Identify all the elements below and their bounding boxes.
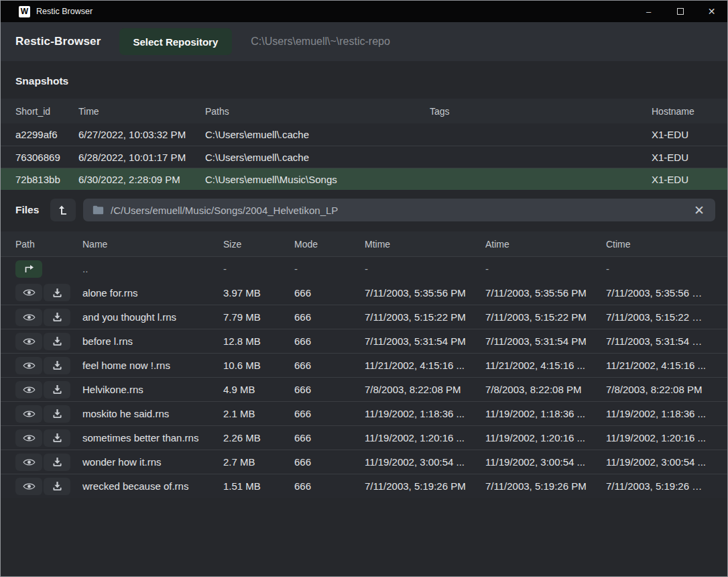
file-mtime: - [365,263,485,274]
download-file-button[interactable] [44,284,70,301]
column-header-hostname: Hostname [652,106,713,117]
snapshot-short-id: a2299af6 [15,129,78,140]
preview-file-button[interactable] [15,309,42,326]
file-row: wrecked because of.rns 1.51 MB 666 7/11/… [1,474,727,498]
preview-file-button[interactable] [15,284,42,301]
column-header-ctime: Ctime [606,239,713,250]
files-table-body: alone for.rns 3.97 MB 666 7/11/2003, 5:3… [1,280,727,498]
minimize-button[interactable]: – [633,1,664,22]
column-header-mtime: Mtime [365,239,485,250]
snapshot-row[interactable]: 72b813bb 6/30/2022, 2:28:09 PM C:\Users\… [1,168,727,190]
download-file-button[interactable] [44,429,70,447]
file-size: 2.7 MB [223,456,294,468]
download-icon [52,360,62,370]
file-size: 10.6 MB [223,360,294,371]
file-row: before l.rns 12.8 MB 666 7/11/2003, 5:31… [1,329,727,353]
files-toolbar: Files /C/Users/emuell/Music/Songs/2004_H… [1,190,727,221]
file-name: and you thought l.rns [82,311,223,323]
preview-file-button[interactable] [15,478,42,495]
eye-icon [23,385,36,395]
column-header-mode: Mode [294,239,365,250]
snapshot-row[interactable]: a2299af6 6/27/2022, 10:03:32 PM C:\Users… [1,123,727,146]
download-file-button[interactable] [44,333,70,350]
file-ctime: 7/11/2003, 5:31:54 PM [606,335,713,347]
close-icon: ✕ [708,6,716,17]
file-ctime: 11/19/2002, 1:18:36 ... [606,408,713,419]
file-row: wonder how it.rns 2.7 MB 666 11/19/2002,… [1,450,727,474]
preview-file-button[interactable] [15,429,42,447]
folder-icon [93,205,104,215]
file-atime: 7/11/2003, 5:35:56 PM [485,287,606,299]
file-name: wrecked because of.rns [82,480,223,492]
file-mtime: 7/8/2003, 8:22:08 PM [365,384,485,395]
file-name: alone for.rns [82,287,223,299]
file-atime: 11/19/2002, 1:18:36 ... [485,408,606,419]
download-file-button[interactable] [44,478,70,495]
file-row: alone for.rns 3.97 MB 666 7/11/2003, 5:3… [1,280,727,305]
file-size: - [223,263,294,274]
up-level-button[interactable] [50,199,76,221]
preview-file-button[interactable] [15,405,42,423]
download-file-button[interactable] [44,454,70,471]
file-mtime: 7/11/2003, 5:19:26 PM [365,480,485,492]
file-ctime: 7/11/2003, 5:19:26 PM [606,480,713,492]
column-header-time: Time [78,106,205,117]
snapshot-paths: C:\Users\emuell\Music\Songs [205,174,430,185]
file-mode: 666 [294,311,365,323]
snapshot-row[interactable]: 76306869 6/28/2022, 10:01:17 PM C:\Users… [1,146,727,168]
file-mode: 666 [294,480,365,492]
column-header-short-id: Short_id [15,106,78,117]
file-mode: 666 [294,408,365,419]
file-ctime: 7/11/2003, 5:35:56 PM [606,287,713,299]
download-file-button[interactable] [44,381,70,399]
file-mtime: 7/11/2003, 5:35:56 PM [365,287,485,299]
files-path-input[interactable]: /C/Users/emuell/Music/Songs/2004_Helveti… [83,199,715,221]
maximize-button[interactable] [664,1,696,22]
snapshot-hostname: X1-EDU [652,174,713,185]
snapshot-paths: C:\Users\emuell\.cache [205,152,430,163]
file-name: wonder how it.rns [82,456,223,468]
minimize-icon: – [646,7,651,17]
preview-file-button[interactable] [15,333,42,350]
download-file-button[interactable] [44,309,70,326]
app-logo-icon: W [19,6,30,17]
maximize-icon [677,8,684,15]
file-row: Helvikone.rns 4.9 MB 666 7/8/2003, 8:22:… [1,377,727,401]
snapshots-table-body: a2299af6 6/27/2022, 10:03:32 PM C:\Users… [1,123,727,190]
preview-file-button[interactable] [15,454,42,471]
file-size: 2.26 MB [223,432,294,443]
eye-icon [23,409,36,419]
eye-icon [23,288,36,297]
eye-icon [23,361,36,370]
snapshots-table-header: Short_id Time Paths Tags Hostname [1,99,727,123]
go-parent-directory-button[interactable] [15,260,42,278]
parent-directory-row: .. - - - - - [1,256,727,280]
close-button[interactable]: ✕ [696,1,727,22]
clear-path-icon[interactable]: ✕ [692,204,706,217]
file-ctime: 11/19/2002, 3:00:54 ... [606,456,713,468]
eye-icon [23,313,36,322]
file-mode: - [294,263,365,274]
preview-file-button[interactable] [15,357,42,374]
file-name: sometimes better than.rns [82,432,223,443]
file-row: feel home now !.rns 10.6 MB 666 11/21/20… [1,353,727,377]
download-icon [52,433,62,443]
file-mtime: 7/11/2003, 5:15:22 PM [365,311,485,323]
download-file-button[interactable] [44,357,70,374]
file-name: Helvikone.rns [82,384,223,395]
download-file-button[interactable] [44,405,70,423]
eye-icon [23,337,36,346]
file-size: 4.9 MB [223,384,294,395]
app-header: Restic-Browser Select Repository C:\User… [1,22,727,61]
snapshot-time: 6/27/2022, 10:03:32 PM [78,129,205,140]
snapshot-time: 6/30/2022, 2:28:09 PM [78,174,205,185]
column-header-atime: Atime [485,239,606,250]
select-repository-button[interactable]: Select Repository [119,28,233,55]
file-mode: 666 [294,360,365,371]
file-mtime: 11/19/2002, 1:18:36 ... [365,408,485,419]
file-atime: 11/21/2002, 4:15:16 ... [485,360,606,371]
download-icon [52,288,62,298]
file-ctime: 7/8/2003, 8:22:08 PM [606,384,713,395]
page-title: Restic-Browser [15,35,101,48]
preview-file-button[interactable] [15,381,42,399]
